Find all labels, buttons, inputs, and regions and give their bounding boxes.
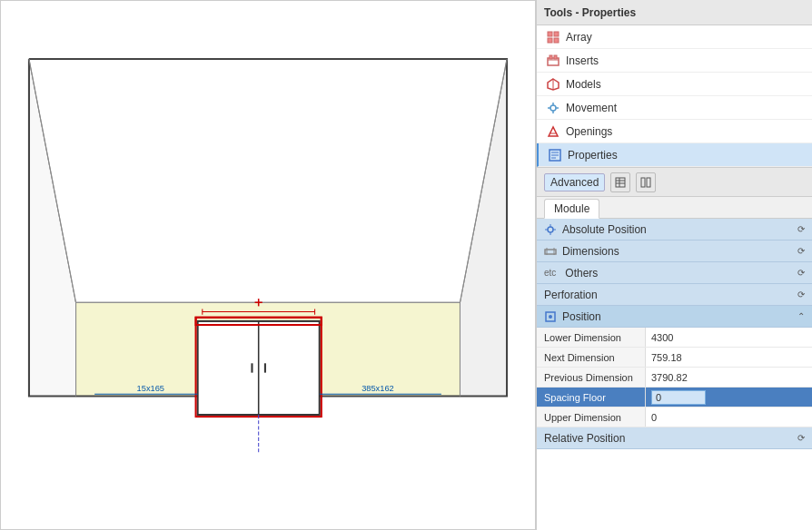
prop-value-upper-dimension: 0 — [646, 407, 812, 427]
prop-value-spacing-floor[interactable] — [646, 388, 812, 407]
menu-item-properties-label: Properties — [568, 149, 618, 162]
menu-item-movement[interactable]: Movement — [537, 96, 812, 120]
menu-item-array[interactable]: Array — [537, 25, 812, 49]
section-relative-position-chevron: ⟳ — [797, 433, 805, 443]
prop-value-previous-dimension: 3790.82 — [646, 368, 812, 387]
menu-item-inserts-label: Inserts — [566, 54, 599, 67]
svg-rect-52 — [647, 178, 650, 187]
section-others[interactable]: etc Others ⟳ — [537, 262, 812, 284]
svg-rect-33 — [554, 55, 557, 59]
menu-list: Array Inserts Models Movement Openings — [537, 25, 812, 168]
section-absolute-position-chevron: ⟳ — [797, 224, 805, 234]
menu-item-inserts[interactable]: Inserts — [537, 49, 812, 73]
section-perforation[interactable]: Perforation ⟳ — [537, 284, 812, 306]
section-relative-position[interactable]: Relative Position ⟳ — [537, 427, 812, 449]
menu-item-openings-label: Openings — [566, 125, 612, 138]
svg-rect-51 — [641, 178, 645, 187]
prop-row-upper-dimension: Upper Dimension 0 — [537, 407, 812, 427]
models-icon — [546, 77, 560, 92]
svg-point-36 — [550, 105, 556, 111]
section-others-label: Others — [565, 267, 598, 280]
prop-row-next-dimension: Next Dimension 759.18 — [537, 348, 812, 368]
prop-value-lower-dimension: 4300 — [646, 328, 812, 347]
prop-row-previous-dimension: Previous Dimension 3790.82 — [537, 368, 812, 388]
section-dimensions-chevron: ⟳ — [797, 246, 805, 256]
dimensions-icon — [544, 245, 557, 258]
prop-label-lower-dimension: Lower Dimension — [537, 328, 646, 347]
openings-icon — [546, 124, 560, 139]
svg-point-53 — [548, 227, 553, 232]
others-prefix: etc — [544, 268, 556, 278]
menu-item-array-label: Array — [566, 31, 592, 44]
array-icon — [546, 30, 560, 44]
panel-title: Tools - Properties — [544, 6, 636, 19]
prop-label-next-dimension: Next Dimension — [537, 348, 646, 367]
3d-viewport: 15x165 385x162 — [0, 0, 536, 530]
module-tabs: Module — [537, 197, 812, 219]
svg-point-62 — [549, 315, 552, 319]
absolute-position-icon — [544, 223, 557, 236]
section-position-label: Position — [562, 310, 601, 323]
menu-item-models[interactable]: Models — [537, 73, 812, 96]
prop-row-spacing-floor[interactable]: Spacing Floor — [537, 388, 812, 407]
menu-item-openings[interactable]: Openings — [537, 120, 812, 143]
section-perforation-chevron: ⟳ — [797, 290, 805, 299]
menu-item-models-label: Models — [566, 78, 601, 91]
position-icon — [544, 310, 557, 323]
svg-text:385x162: 385x162 — [361, 384, 394, 393]
spacing-floor-input[interactable] — [651, 390, 706, 405]
prop-label-upper-dimension: Upper Dimension — [537, 407, 646, 427]
menu-item-movement-label: Movement — [566, 102, 617, 114]
panel-header: Tools - Properties — [537, 0, 812, 25]
prop-row-lower-dimension: Lower Dimension 4300 — [537, 328, 812, 348]
prop-label-spacing-floor: Spacing Floor — [537, 388, 646, 407]
svg-rect-26 — [548, 32, 552, 36]
columns-view-button[interactable] — [636, 172, 656, 192]
svg-rect-27 — [554, 32, 559, 36]
module-tab[interactable]: Module — [544, 199, 599, 219]
svg-marker-41 — [549, 127, 558, 136]
section-position-chevron: ⌃ — [797, 311, 805, 321]
section-perforation-label: Perforation — [544, 289, 598, 301]
svg-rect-28 — [548, 38, 552, 43]
prop-value-next-dimension: 759.18 — [646, 348, 812, 367]
svg-marker-3 — [29, 59, 507, 302]
advanced-button[interactable]: Advanced — [544, 173, 605, 191]
section-absolute-position-label: Absolute Position — [562, 223, 647, 236]
svg-rect-47 — [616, 178, 625, 187]
svg-text:15x165: 15x165 — [137, 384, 164, 393]
menu-item-properties[interactable]: Properties — [537, 143, 812, 167]
properties-icon — [548, 148, 562, 162]
section-relative-position-label: Relative Position — [544, 432, 625, 445]
movement-icon — [546, 101, 560, 115]
section-position[interactable]: Position ⌃ — [537, 306, 812, 328]
prop-label-previous-dimension: Previous Dimension — [537, 368, 646, 387]
section-others-chevron: ⟳ — [797, 268, 805, 278]
right-panel: Tools - Properties Array Inserts Models — [536, 0, 812, 530]
properties-list: Absolute Position ⟳ Dimensions ⟳ etc Oth… — [537, 219, 812, 530]
table-view-button[interactable] — [610, 172, 630, 192]
svg-rect-32 — [550, 55, 552, 59]
inserts-icon — [546, 54, 560, 68]
section-absolute-position[interactable]: Absolute Position ⟳ — [537, 219, 812, 240]
section-dimensions[interactable]: Dimensions ⟳ — [537, 240, 812, 262]
advanced-toolbar: Advanced — [537, 168, 812, 197]
section-dimensions-label: Dimensions — [562, 245, 619, 258]
svg-rect-29 — [554, 38, 559, 43]
